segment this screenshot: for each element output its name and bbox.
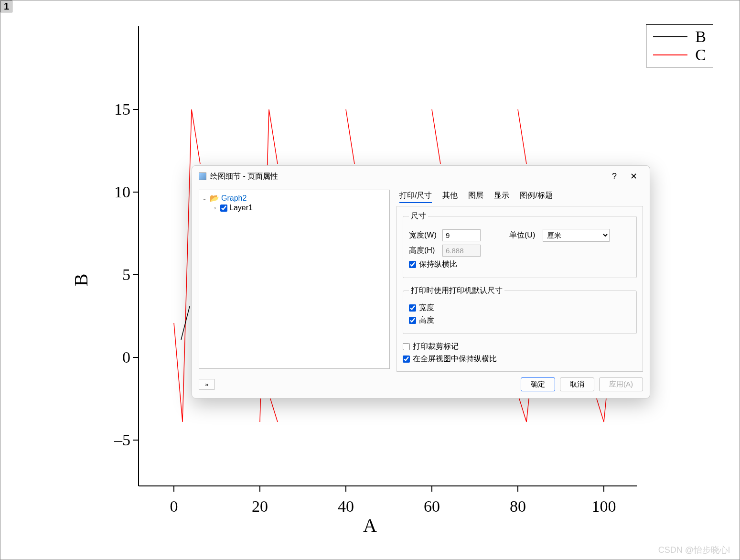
tab-other[interactable]: 其他 bbox=[442, 191, 458, 203]
height-input[interactable] bbox=[442, 245, 481, 257]
keep-aspect-label: 保持纵横比 bbox=[419, 259, 457, 269]
tab-display[interactable]: 显示 bbox=[494, 191, 509, 203]
width-label: 宽度(W) bbox=[409, 230, 438, 240]
fullscreen-aspect-checkbox[interactable] bbox=[403, 355, 410, 363]
tree-node-layer[interactable]: › Layer1 bbox=[201, 203, 387, 213]
x-tick-40: 40 bbox=[338, 497, 354, 516]
print-width-checkbox[interactable] bbox=[409, 304, 416, 312]
y-tick-15: 15 bbox=[114, 100, 130, 118]
x-axis-label: A bbox=[363, 514, 377, 537]
dialog-app-icon bbox=[199, 172, 206, 180]
x-tick-100: 100 bbox=[592, 497, 616, 516]
y-tick-neg5: –5 bbox=[114, 431, 130, 449]
close-button[interactable]: ✕ bbox=[624, 170, 643, 183]
dialog-footer: » 确定 取消 应用(A) bbox=[192, 374, 650, 398]
ok-button[interactable]: 确定 bbox=[521, 377, 555, 391]
unit-select[interactable]: 厘米 bbox=[543, 229, 610, 242]
x-tick-20: 20 bbox=[252, 497, 268, 516]
y-axis-label: B bbox=[70, 274, 92, 287]
tab-print-size[interactable]: 打印/尺寸 bbox=[399, 191, 432, 203]
x-tick-0: 0 bbox=[170, 497, 178, 516]
print-height-checkbox[interactable] bbox=[409, 317, 416, 324]
tree-label-graph: Graph2 bbox=[221, 194, 247, 203]
size-group: 尺寸 宽度(W) 单位(U) 厘米 高度(H) bbox=[403, 211, 637, 278]
watermark: CSDN @怡步晓心l bbox=[658, 544, 730, 556]
legend[interactable]: B C bbox=[646, 24, 713, 67]
print-defaults-legend: 打印时使用打印机默认尺寸 bbox=[409, 286, 504, 296]
y-tick-0: 0 bbox=[122, 348, 130, 366]
tab-legend-title[interactable]: 图例/标题 bbox=[520, 191, 552, 203]
unit-label: 单位(U) bbox=[509, 230, 538, 240]
more-button[interactable]: » bbox=[199, 379, 214, 390]
tab-panel: 尺寸 宽度(W) 单位(U) 厘米 高度(H) bbox=[397, 206, 643, 372]
tree-label-layer: Layer1 bbox=[229, 204, 253, 212]
dialog-tabs: 打印/尺寸 其他 图层 显示 图例/标题 bbox=[397, 190, 643, 206]
legend-entry-b[interactable]: B bbox=[653, 28, 706, 46]
legend-label-b: B bbox=[695, 28, 706, 46]
dialog-titlebar[interactable]: 绘图细节 - 页面属性 ? ✕ bbox=[192, 166, 650, 187]
size-group-legend: 尺寸 bbox=[409, 211, 428, 221]
height-label: 高度(H) bbox=[409, 246, 438, 256]
print-height-label: 高度 bbox=[419, 315, 434, 325]
fullscreen-aspect-label: 在全屏视图中保持纵横比 bbox=[413, 354, 497, 364]
dialog-title: 绘图细节 - 页面属性 bbox=[210, 172, 605, 182]
x-tick-60: 60 bbox=[424, 497, 440, 516]
apply-button[interactable]: 应用(A) bbox=[599, 377, 643, 391]
legend-label-c: C bbox=[695, 46, 706, 64]
plot-details-dialog: 绘图细节 - 页面属性 ? ✕ ⌄ 📂 Graph2 › Layer1 打印/尺… bbox=[192, 165, 650, 398]
crop-marks-checkbox[interactable] bbox=[403, 343, 410, 350]
legend-swatch-c bbox=[653, 54, 687, 55]
tree-pane[interactable]: ⌄ 📂 Graph2 › Layer1 bbox=[199, 190, 390, 369]
y-tick-5: 5 bbox=[122, 266, 130, 284]
tree-node-graph[interactable]: ⌄ 📂 Graph2 bbox=[201, 193, 387, 203]
y-tick-10: 10 bbox=[114, 183, 130, 201]
cancel-button[interactable]: 取消 bbox=[560, 377, 594, 391]
legend-entry-c[interactable]: C bbox=[653, 46, 706, 64]
x-tick-80: 80 bbox=[510, 497, 526, 516]
crop-marks-label: 打印裁剪标记 bbox=[413, 342, 459, 352]
print-width-label: 宽度 bbox=[419, 303, 434, 313]
chevron-right-icon[interactable]: › bbox=[212, 205, 218, 211]
help-button[interactable]: ? bbox=[605, 170, 624, 183]
keep-aspect-checkbox[interactable] bbox=[409, 261, 416, 268]
print-defaults-group: 打印时使用打印机默认尺寸 宽度 高度 bbox=[403, 286, 637, 334]
layer-visible-checkbox[interactable] bbox=[220, 205, 227, 212]
legend-swatch-b bbox=[653, 36, 687, 37]
chevron-down-icon[interactable]: ⌄ bbox=[201, 195, 208, 202]
width-input[interactable] bbox=[442, 229, 481, 241]
tab-layers[interactable]: 图层 bbox=[468, 191, 483, 203]
folder-icon: 📂 bbox=[210, 194, 219, 203]
